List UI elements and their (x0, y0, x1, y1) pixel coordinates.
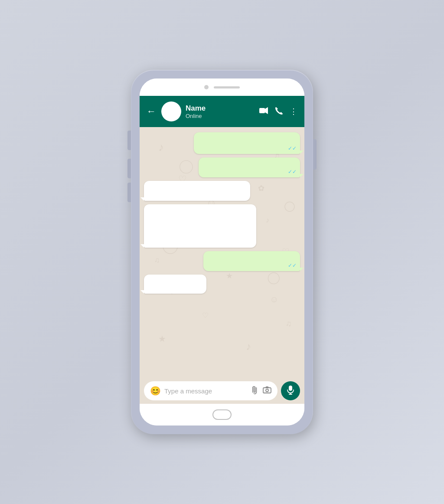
sent-message-2: ✓✓ (199, 157, 300, 177)
svg-rect-0 (259, 108, 265, 113)
phone-top-bar (140, 79, 304, 96)
svg-point-23 (266, 389, 268, 392)
mic-button[interactable] (281, 381, 300, 400)
read-receipt-5: ✓✓ (288, 262, 297, 268)
received-message-4 (144, 204, 256, 248)
message-row (144, 204, 300, 248)
svg-rect-22 (263, 388, 271, 393)
message-row: ✓✓ (144, 132, 300, 154)
messages-list: ✓✓ ✓✓ (140, 127, 304, 378)
speaker-icon (214, 86, 240, 88)
avatar[interactable] (161, 101, 181, 121)
front-camera-icon (204, 85, 209, 89)
back-button[interactable]: ← (147, 106, 156, 117)
camera-button[interactable] (263, 386, 271, 395)
message-row: ✓✓ (144, 251, 300, 271)
header-icons: ⋮ (259, 107, 297, 117)
message-input-box[interactable]: 😊 Type a message (144, 381, 278, 400)
svg-rect-24 (289, 386, 292, 391)
message-input-placeholder[interactable]: Type a message (164, 387, 249, 395)
message-row (144, 275, 300, 294)
contact-status: Online (186, 113, 255, 119)
home-button[interactable] (212, 409, 232, 420)
more-options-button[interactable]: ⋮ (290, 107, 297, 116)
chat-body: ♪ ♫ ♡ ✿ ★ ♪ ☺ ♡ ♫ ★ ♪ ☺ ♡ ♫ ★ ♪ (140, 127, 304, 378)
message-row (144, 181, 300, 201)
video-call-button[interactable] (259, 107, 268, 116)
read-receipt-1: ✓✓ (288, 145, 297, 151)
svg-marker-1 (265, 107, 268, 114)
contact-name: Name (186, 104, 255, 113)
mic-icon (287, 385, 294, 397)
phone-screen: ← Name Online (140, 79, 304, 425)
sent-message-1: ✓✓ (194, 132, 300, 154)
attach-button[interactable] (250, 385, 262, 397)
sent-message-5: ✓✓ (203, 251, 300, 271)
phone-device: ← Name Online (131, 70, 313, 434)
contact-info: Name Online (186, 104, 255, 119)
received-message-3 (144, 181, 250, 201)
message-row: ✓✓ (144, 157, 300, 177)
received-message-6 (144, 275, 206, 294)
chat-header: ← Name Online (140, 96, 304, 127)
phone-bottom-bar (140, 404, 304, 425)
voice-call-button[interactable] (275, 107, 283, 117)
emoji-button[interactable]: 😊 (150, 386, 161, 396)
chat-input-area: 😊 Type a message (140, 378, 304, 404)
read-receipt-2: ✓✓ (288, 169, 297, 175)
